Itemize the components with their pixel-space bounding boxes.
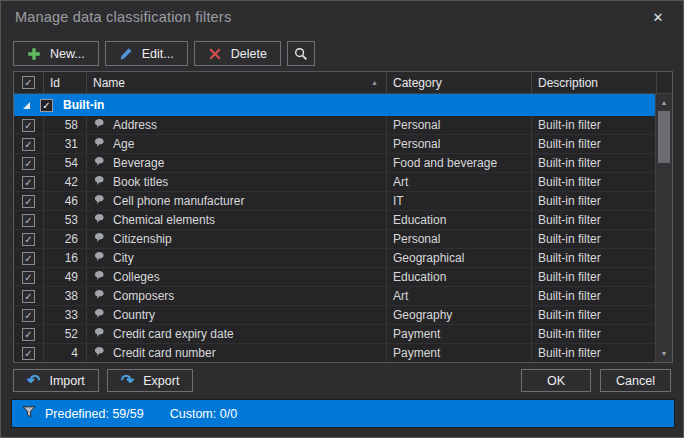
close-button[interactable]: ✕ (648, 8, 668, 28)
check-icon: ✓ (24, 139, 32, 150)
table-row[interactable]: ✓ 26 Citizenship Personal Built-in filte… (14, 230, 655, 249)
status-predefined: Predefined: 59/59 (45, 407, 144, 421)
export-button-label: Export (143, 374, 179, 388)
filter-flag-icon (93, 194, 105, 209)
filter-flag-icon (93, 251, 105, 266)
row-checkbox[interactable]: ✓ (22, 290, 35, 303)
search-button[interactable] (287, 41, 315, 66)
row-id: 42 (44, 173, 87, 191)
export-button[interactable]: ↷ Export (107, 369, 194, 392)
row-category: Geographical (387, 249, 532, 267)
table-row[interactable]: ✓ 4 Credit card number Payment Built-in … (14, 344, 655, 362)
row-checkbox[interactable]: ✓ (22, 157, 35, 170)
table-row[interactable]: ✓ 53 Chemical elements Education Built-i… (14, 211, 655, 230)
table-row[interactable]: ✓ 49 Colleges Education Built-in filter (14, 268, 655, 287)
export-icon: ↷ (121, 374, 134, 388)
filter-flag-icon (93, 175, 105, 190)
row-id: 52 (44, 325, 87, 343)
check-icon: ✓ (24, 253, 32, 264)
status-custom: Custom: 0/0 (170, 407, 237, 421)
plus-icon (27, 47, 41, 61)
row-description: Built-in filter (532, 173, 655, 191)
grid-rows: ✓ Built-in ✓ 58 Address Personal Built-i… (14, 94, 655, 362)
row-name: Age (113, 137, 134, 151)
header-corner (657, 72, 672, 94)
row-name: Credit card number (113, 346, 216, 360)
row-description: Built-in filter (532, 325, 655, 343)
delete-button[interactable]: Delete (194, 41, 281, 66)
pencil-icon (119, 47, 133, 61)
cancel-button[interactable]: Cancel (600, 369, 671, 392)
row-checkbox[interactable]: ✓ (22, 119, 35, 132)
row-checkbox[interactable]: ✓ (22, 271, 35, 284)
row-checkbox[interactable]: ✓ (22, 195, 35, 208)
row-name: Credit card expiry date (113, 327, 234, 341)
group-label: Built-in (63, 98, 104, 112)
new-button[interactable]: New... (13, 41, 99, 66)
row-description: Built-in filter (532, 306, 655, 324)
funnel-icon (22, 405, 45, 422)
column-header-name[interactable]: Name ▲ (87, 72, 387, 94)
column-header-description[interactable]: Description (532, 72, 657, 94)
table-row[interactable]: ✓ 58 Address Personal Built-in filter (14, 116, 655, 135)
row-name: City (113, 251, 134, 265)
status-bar: Predefined: 59/59 Custom: 0/0 (11, 399, 675, 428)
select-all-checkbox[interactable]: ✓ (22, 76, 35, 89)
row-description: Built-in filter (532, 211, 655, 229)
table-row[interactable]: ✓ 31 Age Personal Built-in filter (14, 135, 655, 154)
expand-collapse-icon[interactable] (23, 102, 30, 109)
row-description: Built-in filter (532, 249, 655, 267)
table-row[interactable]: ✓ 16 City Geographical Built-in filter (14, 249, 655, 268)
table-row[interactable]: ✓ 38 Composers Art Built-in filter (14, 287, 655, 306)
import-button[interactable]: ↶ Import (13, 369, 99, 392)
row-id: 49 (44, 268, 87, 286)
filters-table: ✓ Id Name ▲ Category Description ✓ Built… (13, 71, 673, 363)
check-icon: ✓ (24, 196, 32, 207)
table-row[interactable]: ✓ 46 Cell phone manufacturer IT Built-in… (14, 192, 655, 211)
row-category: Art (387, 287, 532, 305)
row-name: Colleges (113, 270, 160, 284)
row-name: Chemical elements (113, 213, 215, 227)
row-checkbox[interactable]: ✓ (22, 176, 35, 189)
search-icon (294, 47, 308, 61)
ok-button[interactable]: OK (521, 369, 591, 392)
check-icon: ✓ (24, 310, 32, 321)
check-icon: ✓ (24, 177, 32, 188)
row-checkbox[interactable]: ✓ (22, 252, 35, 265)
row-name: Beverage (113, 156, 164, 170)
filter-flag-icon (93, 137, 105, 152)
edit-button[interactable]: Edit... (105, 41, 188, 66)
table-row[interactable]: ✓ 42 Book titles Art Built-in filter (14, 173, 655, 192)
scrollbar-thumb[interactable] (658, 111, 670, 163)
scroll-down-icon[interactable]: ▼ (656, 346, 672, 361)
row-name: Composers (113, 289, 174, 303)
scroll-up-icon[interactable]: ▲ (656, 95, 672, 110)
row-name: Book titles (113, 175, 168, 189)
row-checkbox[interactable]: ✓ (22, 328, 35, 341)
row-checkbox[interactable]: ✓ (22, 233, 35, 246)
vertical-scrollbar[interactable]: ▲ ▼ (655, 94, 672, 362)
group-checkbox[interactable]: ✓ (40, 99, 53, 112)
delete-button-label: Delete (231, 47, 267, 61)
row-checkbox[interactable]: ✓ (22, 347, 35, 360)
row-category: Education (387, 211, 532, 229)
group-row-built-in[interactable]: ✓ Built-in (14, 94, 655, 116)
new-button-label: New... (50, 47, 85, 61)
column-header-id[interactable]: Id (44, 72, 87, 94)
dialog-window: Manage data classification filters ✕ New… (0, 0, 684, 438)
table-row[interactable]: ✓ 52 Credit card expiry date Payment Bui… (14, 325, 655, 344)
row-name: Country (113, 308, 155, 322)
row-category: Personal (387, 230, 532, 248)
row-checkbox[interactable]: ✓ (22, 309, 35, 322)
delete-x-icon (208, 47, 222, 61)
row-category: Food and beverage (387, 154, 532, 172)
filter-flag-icon (93, 308, 105, 323)
row-checkbox[interactable]: ✓ (22, 138, 35, 151)
column-header-category[interactable]: Category (387, 72, 532, 94)
table-row[interactable]: ✓ 54 Beverage Food and beverage Built-in… (14, 154, 655, 173)
sort-asc-icon: ▲ (371, 79, 378, 86)
table-row[interactable]: ✓ 33 Country Geography Built-in filter (14, 306, 655, 325)
row-description: Built-in filter (532, 268, 655, 286)
row-id: 58 (44, 116, 87, 134)
row-checkbox[interactable]: ✓ (22, 214, 35, 227)
